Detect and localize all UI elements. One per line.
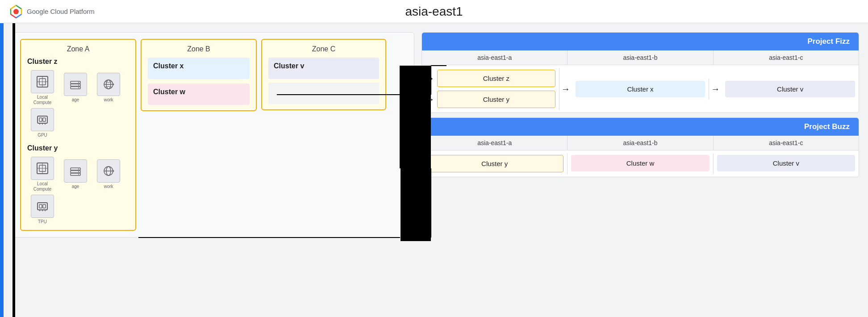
svg-point-11 [78, 88, 79, 88]
fizz-zone-c-header: asia-east1-c [714, 50, 859, 65]
fizz-col-c: Cluster v [722, 79, 859, 99]
buzz-zones-header: asia-east1-a asia-east1-b asia-east1-c [422, 136, 859, 150]
network-icon-y [97, 159, 120, 183]
fizz-clusters-body: → Cluster z → Cluster y → Cluster x → [422, 65, 859, 113]
black-block-left-top [13, 23, 15, 170]
cluster-y: Cluster y LocalCompute age [27, 144, 129, 225]
buzz-zone-a-header: asia-east1-a [422, 136, 568, 150]
fizz-zone-b-header: asia-east1-b [568, 50, 713, 65]
compute-icon [31, 70, 54, 93]
fizz-arrow-a-b: → [559, 84, 572, 94]
fizz-col-a: → Cluster z → Cluster y [422, 68, 559, 110]
fizz-cluster-y-cell: Cluster y [437, 91, 555, 108]
svg-point-29 [78, 169, 79, 170]
buzz-col-a: Cluster y [422, 153, 568, 174]
svg-rect-17 [39, 118, 42, 121]
buzz-cluster-y-cell: Cluster y [426, 155, 563, 172]
gpu-icon [31, 108, 54, 131]
gcp-logo-icon [9, 4, 23, 19]
cluster-v-top: Cluster v [268, 58, 379, 79]
icon-network-z: work [93, 73, 124, 103]
cluster-v-bottom [268, 83, 379, 104]
project-fizz-card: Project Fizz asia-east1-a asia-east1-b a… [421, 32, 859, 113]
zone-b-label: Zone B [148, 45, 250, 53]
project-buzz-header: Project Buzz [422, 118, 859, 136]
cluster-w: Cluster w [148, 83, 250, 105]
buzz-zone-c-header: asia-east1-c [714, 136, 859, 150]
buzz-col-c: Cluster v [714, 153, 859, 174]
project-buzz-card: Project Buzz asia-east1-a asia-east1-b a… [421, 117, 859, 177]
storage-icon-y [64, 159, 87, 183]
cluster-y-icons: LocalCompute age work [27, 157, 129, 225]
svg-point-9 [78, 82, 79, 83]
icon-storage-y: age [60, 159, 91, 189]
svg-marker-35 [113, 170, 114, 172]
black-block-left-bottom [13, 170, 15, 317]
zone-c-label: Zone C [268, 45, 379, 53]
icon-local-compute-z: LocalCompute [27, 70, 58, 105]
main-content: Zone A Cluster z LocalCompute [0, 23, 868, 317]
fizz-cluster-x-cell: Cluster x [576, 81, 705, 97]
page-title: asia-east1 [405, 4, 463, 19]
zone-a-label: Zone A [27, 45, 129, 53]
buzz-clusters-body: Cluster y Cluster w Cluster v [422, 150, 859, 177]
gcp-logo-text: Google Cloud Platform [27, 8, 95, 15]
black-junction-top [401, 66, 431, 165]
cluster-w-label: Cluster w [153, 88, 244, 96]
svg-rect-38 [43, 204, 46, 208]
tpu-icon [31, 195, 54, 218]
svg-point-30 [78, 171, 79, 172]
svg-point-1 [13, 9, 19, 14]
region-container: Zone A Cluster z LocalCompute [13, 32, 414, 238]
gpu-label: GPU [38, 133, 47, 138]
icon-local-compute-y: LocalCompute [27, 157, 58, 192]
storage-label-y: age [72, 184, 79, 189]
storage-icon [64, 73, 87, 96]
svg-point-10 [78, 85, 79, 86]
network-icon [97, 73, 120, 96]
cluster-z-label: Cluster z [27, 58, 129, 66]
svg-rect-18 [43, 118, 46, 121]
storage-label: age [72, 97, 79, 103]
cluster-v-label: Cluster v [274, 62, 374, 70]
icon-tpu-y: TPU [27, 195, 58, 225]
fizz-zones-header: asia-east1-a asia-east1-b asia-east1-c [422, 50, 859, 65]
cluster-x-label: Cluster x [153, 62, 244, 70]
black-junction-bottom [401, 165, 431, 241]
zones-panel: Zone A Cluster z LocalCompute [13, 32, 414, 308]
buzz-zone-b-header: asia-east1-b [568, 136, 713, 150]
svg-rect-37 [39, 204, 42, 208]
cluster-z-icons: LocalCompute age work [27, 70, 129, 138]
svg-marker-15 [113, 83, 114, 86]
buzz-cluster-w-cell: Cluster w [571, 155, 709, 171]
cluster-x: Cluster x [148, 58, 250, 79]
compute-label-y: LocalCompute [33, 181, 52, 192]
icon-storage-z: age [60, 73, 91, 103]
cluster-z: Cluster z LocalCompute age [27, 58, 129, 138]
zone-b: Zone B Cluster x Cluster w [141, 39, 257, 111]
icon-gpu-z: GPU [27, 108, 58, 138]
buzz-cluster-v-cell: Cluster v [717, 155, 855, 171]
buzz-col-b: Cluster w [568, 153, 713, 174]
icon-network-y: work [93, 159, 124, 189]
zone-a: Zone A Cluster z LocalCompute [20, 39, 136, 231]
project-fizz-header: Project Fizz [422, 33, 859, 50]
network-label: work [104, 97, 113, 103]
cluster-y-label: Cluster y [27, 144, 129, 152]
fizz-arrow-b-c: → [709, 84, 722, 94]
projects-panel: Project Fizz asia-east1-a asia-east1-b a… [421, 32, 859, 308]
fizz-cluster-z-cell: Cluster z [437, 70, 555, 87]
compute-label: LocalCompute [33, 95, 52, 105]
gcp-logo: Google Cloud Platform [9, 4, 95, 19]
network-label-y: work [104, 184, 113, 189]
compute-icon-y [31, 157, 54, 180]
fizz-zone-a-header: asia-east1-a [422, 50, 568, 65]
zone-c: Zone C Cluster v [261, 39, 386, 110]
tpu-label: TPU [38, 219, 47, 225]
svg-point-31 [78, 174, 79, 175]
fizz-cluster-v-cell: Cluster v [725, 81, 855, 97]
top-bar: Google Cloud Platform asia-east1 [0, 0, 868, 23]
fizz-col-b: Cluster x [572, 79, 709, 99]
